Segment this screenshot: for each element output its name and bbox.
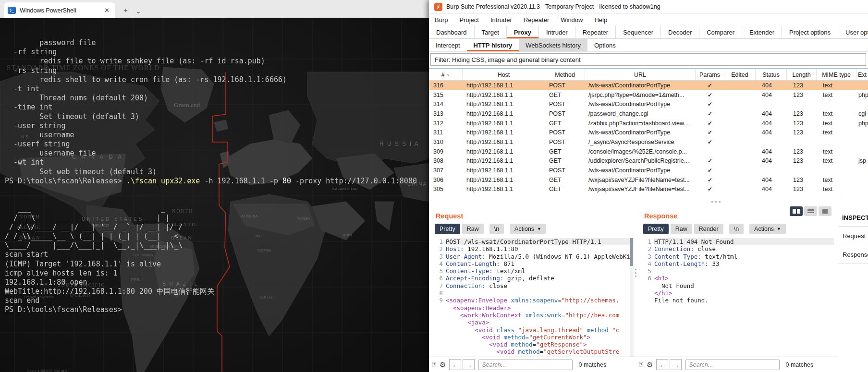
response-search-input[interactable]	[685, 360, 780, 370]
burp-title-bar: Burp Suite Professional v2020.11.3 - Tem…	[429, 0, 868, 14]
response-view-tabs: PrettyRawRender\nActions▼	[643, 224, 786, 234]
new-tab-button[interactable]: ＋	[122, 6, 129, 15]
tab-user-options[interactable]: User options	[838, 26, 868, 38]
http-history-row[interactable]: 311http://192.168.1.1POST/wls-wsat/Coord…	[429, 128, 868, 137]
help-icon[interactable]: ⍰	[432, 360, 436, 369]
tab-repeater[interactable]: Repeater	[575, 26, 616, 38]
menu-help[interactable]: Help	[594, 16, 607, 24]
column-header-params[interactable]: Params	[696, 69, 724, 80]
terminal-line: password file	[5, 38, 417, 48]
sort-chevron-icon: ∨	[447, 72, 450, 77]
http-history-row[interactable]: 314http://192.168.1.1POST/wls-wsat/Coord…	[429, 99, 868, 109]
column-header-ext[interactable]: Ext	[856, 69, 868, 80]
http-history-row[interactable]: 310http://192.168.1.1POST/_async/AsyncRe…	[429, 137, 868, 147]
next-match-button[interactable]: →	[670, 359, 682, 370]
inspector-panel: INSPECTOR Request HeadersResponse Header…	[838, 194, 868, 372]
tab-proxy[interactable]: Proxy	[507, 26, 539, 38]
tab-intruder[interactable]: Intruder	[539, 26, 575, 38]
panel-divider-handle[interactable]	[635, 269, 636, 277]
prev-match-button[interactable]: ←	[656, 359, 668, 370]
menu-repeater[interactable]: Repeater	[524, 16, 549, 24]
terminal-line: Set timeout (default 3)	[5, 112, 417, 121]
terminal-tab[interactable]: ❯_ Windows PowerShell ✕	[4, 2, 115, 18]
view-tab-raw[interactable]: Raw	[671, 224, 692, 234]
column-header-method[interactable]: Method	[545, 69, 585, 80]
http-history-row[interactable]: 306http://192.168.1.1GET/wxjsapi/saveYZJ…	[429, 175, 868, 185]
subtab-options[interactable]: Options	[587, 39, 623, 51]
subtab-intercept[interactable]: Intercept	[429, 39, 467, 51]
close-tab-icon[interactable]: ✕	[102, 7, 111, 14]
http-history-row[interactable]: 307http://192.168.1.1POST/wls-wsat/Coord…	[429, 166, 868, 175]
view-tab-n[interactable]: \n	[729, 224, 744, 234]
powershell-window: ❯_ Windows PowerShell ✕ ＋ ⌄	[0, 0, 429, 372]
http-history-row[interactable]: 313http://192.168.1.1POST/password_chang…	[429, 109, 868, 119]
column-header-url[interactable]: URL	[585, 69, 696, 80]
http-history-row[interactable]: 316http://192.168.1.1POST/wls-wsat/Coord…	[429, 81, 868, 90]
http-history-row[interactable]: 312http://192.168.1.1GET/zabbix.php?acti…	[429, 119, 868, 128]
column-header-host[interactable]: Host	[463, 69, 545, 80]
request-editor[interactable]: 1POST /wls-wsat/CoordinatorPortType HTTP…	[430, 238, 634, 357]
inspector-section-response-headers[interactable]: Response Headers	[838, 245, 868, 264]
editor-layout-buttons	[790, 206, 831, 216]
subtab-http-history[interactable]: HTTP history	[467, 39, 519, 51]
view-tab-raw[interactable]: Raw	[462, 224, 484, 234]
prev-match-button[interactable]: ←	[449, 359, 461, 370]
tab-comparer[interactable]: Comparer	[699, 26, 742, 38]
request-view-tabs: PrettyRaw\nActions▼	[435, 224, 546, 234]
request-search-input[interactable]	[478, 360, 573, 370]
response-match-count: 0 matches	[785, 361, 813, 368]
terminal-line: redis file to write sshkey file (as: -rf…	[5, 57, 417, 66]
gear-icon[interactable]: ⚙	[647, 360, 653, 369]
view-tab-actions[interactable]: Actions▼	[749, 224, 786, 234]
view-tab-pretty[interactable]: Pretty	[643, 224, 669, 234]
terminal-line: username	[5, 131, 417, 140]
columns-layout-button[interactable]	[790, 206, 803, 216]
tab-decoder[interactable]: Decoder	[661, 26, 699, 38]
terminal-line: username file	[5, 149, 417, 158]
request-panel: Request PrettyRaw\nActions▼ 1POST /wls-w…	[430, 210, 634, 357]
help-icon[interactable]: ⍰	[639, 360, 643, 369]
tab-extender[interactable]: Extender	[742, 26, 782, 38]
column-header-mime-type[interactable]: MIME type	[817, 69, 856, 80]
inspector-section-request-headers[interactable]: Request Headers	[838, 226, 868, 245]
terminal-output: password file -rf string redis file to w…	[5, 38, 417, 315]
rows-layout-button[interactable]	[804, 206, 817, 216]
menu-window[interactable]: Window	[561, 16, 583, 24]
single-layout-button[interactable]	[819, 206, 831, 216]
menu-burp[interactable]: Burp	[435, 16, 448, 24]
menu-intruder[interactable]: Intruder	[490, 16, 512, 24]
http-history-row[interactable]: 309http://192.168.1.1GET/console/images/…	[429, 147, 868, 156]
http-history-row[interactable]: 315http://192.168.1.1GET/jsrpc.php?type=…	[429, 90, 868, 100]
tab-target[interactable]: Target	[475, 26, 507, 38]
http-history-row[interactable]: 308http://192.168.1.1GET/uddiexplorer/Se…	[429, 156, 868, 166]
response-editor[interactable]: 1HTTP/1.1 404 Not Found2Connection: clos…	[639, 238, 834, 357]
response-panel: Response PrettyRawRender\nActions▼ 1HTTP…	[639, 210, 834, 357]
column-header-status[interactable]: Status	[756, 69, 787, 80]
tab-project-options[interactable]: Project options	[782, 26, 838, 38]
burp-suite-window: Burp Suite Professional v2020.11.3 - Tem…	[429, 0, 868, 372]
menu-project[interactable]: Project	[459, 16, 478, 24]
http-history-filter-bar[interactable]: Filter: Hiding CSS, image and general bi…	[430, 53, 866, 66]
gear-icon[interactable]: ⚙	[440, 360, 446, 369]
column-header-length[interactable]: Length	[787, 69, 817, 80]
column-header-edited[interactable]: Edited	[724, 69, 756, 80]
view-tab-actions[interactable]: Actions▼	[510, 224, 546, 234]
http-history-row[interactable]: 305http://192.168.1.1GET/wxjsapi/saveYZJ…	[429, 185, 868, 194]
code-line: 6Accept-Encoding: gzip, deflate	[430, 275, 634, 282]
view-tab-render[interactable]: Render	[694, 224, 723, 234]
subtab-websockets-history[interactable]: WebSockets history	[519, 39, 587, 51]
view-tab-n[interactable]: \n	[489, 224, 504, 234]
code-line: 4Content-Length: 871	[430, 260, 634, 267]
response-search-bar: ⍰ ⚙ ← → 0 matches	[635, 357, 838, 372]
column-header-#[interactable]: #∨	[429, 69, 463, 80]
table-header: #∨HostMethodURLParamsEditedStatusLengthM…	[429, 69, 868, 81]
splitter-handle[interactable]	[711, 201, 721, 203]
code-line: </h1>	[639, 289, 834, 297]
view-tab-pretty[interactable]: Pretty	[435, 224, 460, 234]
tab-dashboard[interactable]: Dashboard	[429, 26, 475, 38]
request-scrollbar[interactable]	[630, 238, 634, 357]
tab-dropdown-icon[interactable]: ⌄	[135, 7, 141, 15]
next-match-button[interactable]: →	[463, 359, 475, 370]
tab-sequencer[interactable]: Sequencer	[616, 26, 661, 38]
terminal-line: Thread nums (default 200)	[5, 94, 417, 103]
